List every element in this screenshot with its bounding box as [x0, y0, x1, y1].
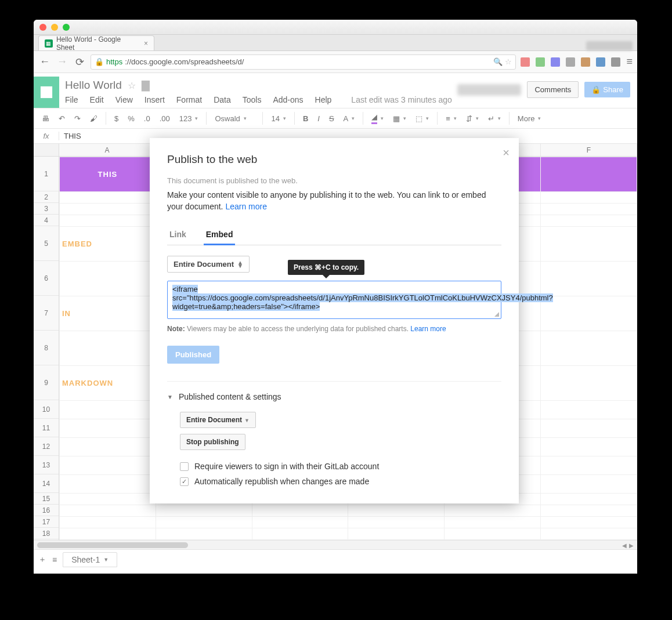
cell[interactable] — [252, 505, 348, 517]
tab-embed[interactable]: Embed — [204, 225, 236, 245]
extension-icon[interactable] — [551, 57, 560, 67]
cell[interactable] — [541, 419, 637, 438]
fill-color-button[interactable]: ◢ — [368, 110, 387, 126]
extension-icon[interactable] — [596, 57, 605, 67]
row-header[interactable]: 16 — [34, 505, 59, 516]
cell[interactable] — [348, 528, 445, 540]
tab-link[interactable]: Link — [167, 225, 189, 245]
cell[interactable] — [252, 517, 348, 528]
row-header[interactable]: 5 — [34, 226, 59, 261]
cell[interactable] — [541, 366, 637, 401]
embed-code-textarea[interactable]: <iframe src="https://docs.google.com/spr… — [167, 281, 501, 319]
cell[interactable] — [60, 262, 156, 296]
cell[interactable] — [60, 331, 156, 366]
star-icon[interactable]: ☆ — [505, 57, 512, 66]
cell[interactable] — [541, 215, 637, 227]
checkbox-require-signin[interactable] — [180, 462, 189, 471]
resize-handle-icon[interactable] — [493, 311, 499, 317]
published-button[interactable]: Published — [167, 346, 219, 364]
extension-icon[interactable] — [521, 57, 530, 67]
extension-icon[interactable] — [581, 57, 590, 67]
cell[interactable] — [60, 438, 156, 456]
more-toolbar-button[interactable]: More — [514, 112, 545, 125]
menu-tools[interactable]: Tools — [243, 95, 262, 104]
row-header[interactable]: 8 — [34, 331, 59, 365]
halign-button[interactable]: ≡ — [442, 112, 460, 125]
row-header[interactable]: 1 — [34, 157, 59, 191]
row-header[interactable]: 6 — [34, 261, 59, 296]
bold-button[interactable]: B — [299, 112, 312, 125]
add-sheet-button[interactable]: ＋ — [38, 554, 46, 565]
comments-button[interactable]: Comments — [527, 81, 579, 98]
cell[interactable] — [541, 296, 637, 331]
cell[interactable] — [156, 517, 252, 528]
menu-help[interactable]: Help — [315, 95, 332, 104]
cell[interactable] — [60, 192, 156, 204]
menu-data[interactable]: Data — [214, 95, 231, 104]
scope-select-2[interactable]: Entire Document▼ — [180, 412, 256, 428]
cell[interactable] — [60, 215, 156, 227]
decrease-decimal-button[interactable]: .0 — [140, 112, 154, 125]
currency-button[interactable]: $ — [111, 112, 122, 125]
cell[interactable] — [60, 517, 156, 528]
document-title[interactable]: Hello World — [65, 79, 122, 92]
cell[interactable] — [60, 475, 156, 494]
row-header[interactable]: 18 — [34, 528, 59, 539]
column-header[interactable]: F — [541, 144, 637, 156]
font-size-select[interactable]: 14 — [268, 112, 289, 125]
learn-more-link[interactable]: Learn more — [225, 202, 267, 211]
borders-button[interactable]: ▦ — [389, 112, 410, 125]
close-tab-icon[interactable]: × — [144, 39, 148, 48]
text-color-button[interactable]: A — [340, 112, 359, 125]
address-bar[interactable]: 🔒 https://docs.google.com/spreadsheets/d… — [91, 55, 516, 70]
percent-button[interactable]: % — [124, 112, 138, 125]
cell[interactable] — [60, 456, 156, 475]
minimize-window-icon[interactable] — [51, 24, 58, 31]
close-icon[interactable]: × — [503, 146, 510, 159]
number-format-button[interactable]: 123 — [176, 112, 202, 125]
reload-button[interactable]: ⟳ — [73, 56, 86, 68]
row-header[interactable]: 2 — [34, 191, 59, 203]
extension-icon[interactable] — [536, 57, 545, 67]
cell[interactable] — [60, 419, 156, 438]
checkbox-auto-republish[interactable]: ✓ — [180, 477, 189, 486]
row-header[interactable]: 3 — [34, 203, 59, 215]
row-header[interactable]: 7 — [34, 296, 59, 331]
select-all-corner[interactable] — [34, 144, 59, 156]
menu-edit[interactable]: Edit — [90, 95, 104, 104]
menu-format[interactable]: Format — [176, 95, 202, 104]
maximize-window-icon[interactable] — [63, 24, 70, 31]
cell[interactable] — [541, 528, 637, 540]
cell[interactable] — [541, 475, 637, 494]
scroll-right-icon[interactable]: ▶ — [629, 542, 634, 549]
valign-button[interactable]: ⇵ — [463, 112, 482, 125]
cell[interactable] — [541, 438, 637, 456]
row-header[interactable]: 11 — [34, 419, 59, 437]
cell[interactable]: IN — [60, 296, 156, 331]
cell[interactable] — [541, 517, 637, 528]
row-header[interactable]: 14 — [34, 474, 59, 493]
note-learn-more-link[interactable]: Learn more — [410, 325, 446, 333]
all-sheets-button[interactable]: ≡ — [52, 555, 57, 564]
cell[interactable] — [541, 192, 637, 204]
cell[interactable] — [60, 528, 156, 540]
cell[interactable] — [252, 528, 348, 540]
scrollbar-thumb[interactable] — [37, 542, 188, 548]
print-icon[interactable]: 🖶 — [38, 112, 53, 125]
stop-publishing-button[interactable]: Stop publishing — [180, 434, 245, 450]
italic-button[interactable]: I — [314, 112, 323, 125]
cell[interactable] — [445, 528, 541, 540]
row-header[interactable]: 15 — [34, 493, 59, 505]
forward-button[interactable]: → — [56, 56, 68, 68]
cell[interactable] — [541, 331, 637, 366]
menu-insert[interactable]: Insert — [144, 95, 165, 104]
cell[interactable]: THIS — [60, 157, 156, 192]
column-header[interactable]: A — [59, 144, 156, 156]
cell[interactable]: EMBED — [60, 227, 156, 262]
browser-tab[interactable]: ▦ Hello World - Google Sheet × — [38, 35, 154, 50]
wrap-button[interactable]: ↵ — [485, 112, 504, 125]
cell[interactable] — [541, 227, 637, 262]
share-button[interactable]: 🔒Share — [584, 82, 630, 97]
settings-expander[interactable]: ▼ Published content & settings — [167, 392, 501, 401]
font-family-select[interactable]: Oswald — [211, 112, 258, 125]
